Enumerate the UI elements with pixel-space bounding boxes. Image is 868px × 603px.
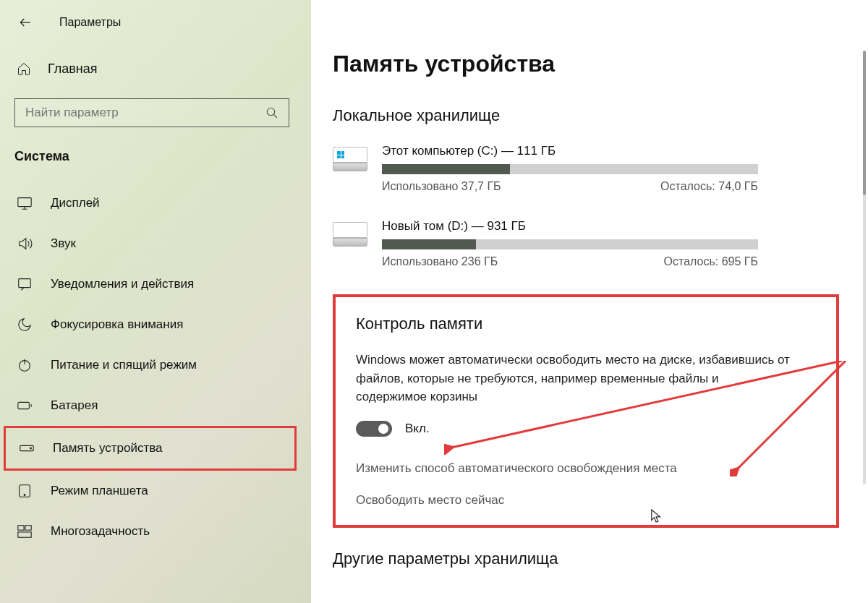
nav-label: Питание и спящий режим [51, 358, 197, 372]
nav-multitask[interactable]: Многозадачность [14, 511, 297, 552]
storage-sense-section: Контроль памяти Windows может автоматиче… [333, 294, 839, 528]
moon-icon [16, 316, 33, 333]
drive-d-remaining: Осталось: 695 ГБ [664, 255, 758, 268]
nav-tablet[interactable]: Режим планшета [14, 471, 297, 511]
nav-label: Многозадачность [51, 524, 150, 539]
section-title: Система [14, 149, 297, 164]
nav-label: Фокусировка внимания [51, 317, 183, 332]
nav-label: Батарея [51, 398, 98, 413]
storage-sense-title: Контроль памяти [356, 315, 816, 333]
drive-d-label: Новый том (D:) — 931 ГБ [382, 219, 839, 234]
svg-rect-9 [18, 526, 24, 530]
home-label: Главная [48, 61, 98, 77]
home-icon [16, 61, 32, 77]
other-storage-title: Другие параметры хранилища [333, 549, 839, 568]
local-storage-title: Локальное хранилище [333, 106, 839, 125]
drive-d[interactable]: Новый том (D:) — 931 ГБ Использовано 236… [333, 219, 839, 268]
nav-sound[interactable]: Звук [14, 223, 297, 264]
svg-rect-2 [19, 279, 31, 288]
nav-label: Память устройства [53, 441, 163, 456]
sidebar: Параметры Главная Система Дисплей Звук У… [0, 0, 311, 603]
drive-d-progress [382, 239, 758, 249]
monitor-icon [16, 194, 33, 212]
back-button[interactable] [14, 12, 36, 33]
drive-d-used: Использовано 236 ГБ [382, 255, 498, 268]
svg-point-8 [24, 495, 25, 496]
nav-power[interactable]: Питание и спящий режим [14, 345, 297, 385]
drive-c-label: Этот компьютер (C:) — 111 ГБ [382, 144, 839, 158]
free-now-link[interactable]: Освободить место сейчас [356, 493, 816, 508]
home-button[interactable]: Главная [14, 58, 297, 80]
storage-sense-description: Windows может автоматически освободить м… [356, 351, 790, 406]
scrollbar[interactable] [863, 51, 866, 484]
nav-storage[interactable]: Память устройства [4, 426, 297, 471]
multitask-icon [16, 523, 33, 540]
svg-rect-10 [25, 526, 31, 530]
page-title: Память устройства [333, 51, 839, 77]
drive-c-remaining: Осталось: 74,0 ГБ [660, 180, 758, 193]
nav-label: Дисплей [51, 196, 100, 210]
arrow-left-icon [18, 15, 33, 30]
battery-icon [16, 397, 33, 414]
speaker-icon [16, 235, 33, 252]
drive-d-icon [333, 222, 367, 251]
nav-notifications[interactable]: Уведомления и действия [14, 264, 297, 304]
drive-c[interactable]: Этот компьютер (C:) — 111 ГБ Использован… [333, 144, 839, 193]
svg-point-6 [30, 448, 32, 449]
nav-label: Звук [51, 236, 76, 251]
svg-rect-1 [18, 198, 31, 207]
main-content: Память устройства Локальное хранилище Эт… [311, 0, 868, 603]
drive-c-progress [382, 164, 758, 174]
drive-icon [18, 440, 35, 457]
cursor-icon [650, 508, 663, 524]
nav-label: Режим планшета [51, 484, 148, 498]
drive-c-icon [333, 147, 367, 176]
nav-display[interactable]: Дисплей [14, 183, 297, 223]
window-title: Параметры [59, 16, 121, 29]
search-input-container[interactable] [14, 98, 289, 127]
nav-battery[interactable]: Батарея [14, 385, 297, 426]
svg-rect-4 [18, 402, 30, 409]
nav-label: Уведомления и действия [51, 277, 194, 291]
toggle-label: Вкл. [405, 422, 430, 436]
svg-point-0 [267, 108, 275, 116]
nav-focus[interactable]: Фокусировка внимания [14, 304, 297, 345]
storage-sense-toggle[interactable] [356, 421, 392, 437]
message-icon [16, 275, 33, 293]
power-icon [16, 356, 33, 374]
search-icon [265, 106, 278, 119]
change-auto-free-link[interactable]: Изменить способ автоматического освобожд… [356, 461, 816, 476]
tablet-icon [16, 482, 33, 500]
svg-rect-11 [18, 532, 31, 537]
drive-c-used: Использовано 37,7 ГБ [382, 180, 501, 193]
search-input[interactable] [25, 106, 257, 120]
